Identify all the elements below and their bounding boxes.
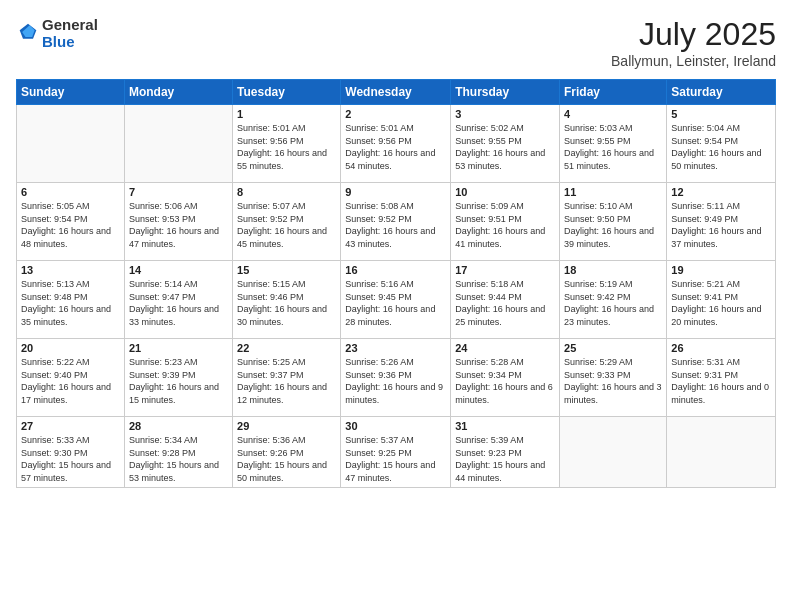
day-number: 19 — [671, 264, 771, 276]
table-row: 1Sunrise: 5:01 AM Sunset: 9:56 PM Daylig… — [233, 105, 341, 183]
table-row: 21Sunrise: 5:23 AM Sunset: 9:39 PM Dayli… — [124, 339, 232, 417]
table-row — [17, 105, 125, 183]
day-number: 7 — [129, 186, 228, 198]
day-number: 22 — [237, 342, 336, 354]
table-row: 7Sunrise: 5:06 AM Sunset: 9:53 PM Daylig… — [124, 183, 232, 261]
day-number: 12 — [671, 186, 771, 198]
day-number: 11 — [564, 186, 662, 198]
day-number: 30 — [345, 420, 446, 432]
table-row: 16Sunrise: 5:16 AM Sunset: 9:45 PM Dayli… — [341, 261, 451, 339]
day-number: 20 — [21, 342, 120, 354]
day-number: 14 — [129, 264, 228, 276]
day-info: Sunrise: 5:05 AM Sunset: 9:54 PM Dayligh… — [21, 200, 120, 250]
day-info: Sunrise: 5:34 AM Sunset: 9:28 PM Dayligh… — [129, 434, 228, 484]
day-number: 28 — [129, 420, 228, 432]
day-info: Sunrise: 5:04 AM Sunset: 9:54 PM Dayligh… — [671, 122, 771, 172]
table-row: 8Sunrise: 5:07 AM Sunset: 9:52 PM Daylig… — [233, 183, 341, 261]
month-year: July 2025 — [611, 16, 776, 53]
day-number: 23 — [345, 342, 446, 354]
day-info: Sunrise: 5:06 AM Sunset: 9:53 PM Dayligh… — [129, 200, 228, 250]
table-row: 28Sunrise: 5:34 AM Sunset: 9:28 PM Dayli… — [124, 417, 232, 488]
col-monday: Monday — [124, 80, 232, 105]
col-friday: Friday — [560, 80, 667, 105]
day-info: Sunrise: 5:31 AM Sunset: 9:31 PM Dayligh… — [671, 356, 771, 406]
table-row: 24Sunrise: 5:28 AM Sunset: 9:34 PM Dayli… — [451, 339, 560, 417]
table-row: 3Sunrise: 5:02 AM Sunset: 9:55 PM Daylig… — [451, 105, 560, 183]
table-row: 17Sunrise: 5:18 AM Sunset: 9:44 PM Dayli… — [451, 261, 560, 339]
table-row: 30Sunrise: 5:37 AM Sunset: 9:25 PM Dayli… — [341, 417, 451, 488]
day-info: Sunrise: 5:01 AM Sunset: 9:56 PM Dayligh… — [237, 122, 336, 172]
day-number: 25 — [564, 342, 662, 354]
table-row: 14Sunrise: 5:14 AM Sunset: 9:47 PM Dayli… — [124, 261, 232, 339]
day-info: Sunrise: 5:13 AM Sunset: 9:48 PM Dayligh… — [21, 278, 120, 328]
day-info: Sunrise: 5:11 AM Sunset: 9:49 PM Dayligh… — [671, 200, 771, 250]
day-number: 24 — [455, 342, 555, 354]
day-number: 26 — [671, 342, 771, 354]
day-info: Sunrise: 5:16 AM Sunset: 9:45 PM Dayligh… — [345, 278, 446, 328]
day-number: 21 — [129, 342, 228, 354]
day-number: 3 — [455, 108, 555, 120]
table-row: 11Sunrise: 5:10 AM Sunset: 9:50 PM Dayli… — [560, 183, 667, 261]
day-number: 18 — [564, 264, 662, 276]
day-info: Sunrise: 5:09 AM Sunset: 9:51 PM Dayligh… — [455, 200, 555, 250]
table-row: 29Sunrise: 5:36 AM Sunset: 9:26 PM Dayli… — [233, 417, 341, 488]
table-row: 6Sunrise: 5:05 AM Sunset: 9:54 PM Daylig… — [17, 183, 125, 261]
day-info: Sunrise: 5:08 AM Sunset: 9:52 PM Dayligh… — [345, 200, 446, 250]
calendar-table: Sunday Monday Tuesday Wednesday Thursday… — [16, 79, 776, 488]
day-info: Sunrise: 5:03 AM Sunset: 9:55 PM Dayligh… — [564, 122, 662, 172]
day-info: Sunrise: 5:36 AM Sunset: 9:26 PM Dayligh… — [237, 434, 336, 484]
day-number: 13 — [21, 264, 120, 276]
day-info: Sunrise: 5:15 AM Sunset: 9:46 PM Dayligh… — [237, 278, 336, 328]
col-thursday: Thursday — [451, 80, 560, 105]
table-row: 12Sunrise: 5:11 AM Sunset: 9:49 PM Dayli… — [667, 183, 776, 261]
col-tuesday: Tuesday — [233, 80, 341, 105]
table-row: 10Sunrise: 5:09 AM Sunset: 9:51 PM Dayli… — [451, 183, 560, 261]
logo: General Blue — [16, 16, 98, 50]
day-info: Sunrise: 5:25 AM Sunset: 9:37 PM Dayligh… — [237, 356, 336, 406]
day-number: 9 — [345, 186, 446, 198]
table-row: 9Sunrise: 5:08 AM Sunset: 9:52 PM Daylig… — [341, 183, 451, 261]
table-row: 26Sunrise: 5:31 AM Sunset: 9:31 PM Dayli… — [667, 339, 776, 417]
day-info: Sunrise: 5:14 AM Sunset: 9:47 PM Dayligh… — [129, 278, 228, 328]
day-info: Sunrise: 5:18 AM Sunset: 9:44 PM Dayligh… — [455, 278, 555, 328]
day-number: 16 — [345, 264, 446, 276]
day-info: Sunrise: 5:37 AM Sunset: 9:25 PM Dayligh… — [345, 434, 446, 484]
logo-blue: Blue — [42, 33, 98, 50]
day-info: Sunrise: 5:33 AM Sunset: 9:30 PM Dayligh… — [21, 434, 120, 484]
day-number: 6 — [21, 186, 120, 198]
day-number: 10 — [455, 186, 555, 198]
table-row: 4Sunrise: 5:03 AM Sunset: 9:55 PM Daylig… — [560, 105, 667, 183]
table-row: 15Sunrise: 5:15 AM Sunset: 9:46 PM Dayli… — [233, 261, 341, 339]
day-number: 31 — [455, 420, 555, 432]
table-row: 2Sunrise: 5:01 AM Sunset: 9:56 PM Daylig… — [341, 105, 451, 183]
table-row: 18Sunrise: 5:19 AM Sunset: 9:42 PM Dayli… — [560, 261, 667, 339]
table-row: 5Sunrise: 5:04 AM Sunset: 9:54 PM Daylig… — [667, 105, 776, 183]
table-row: 20Sunrise: 5:22 AM Sunset: 9:40 PM Dayli… — [17, 339, 125, 417]
col-wednesday: Wednesday — [341, 80, 451, 105]
title-block: July 2025 Ballymun, Leinster, Ireland — [611, 16, 776, 69]
table-row: 19Sunrise: 5:21 AM Sunset: 9:41 PM Dayli… — [667, 261, 776, 339]
col-sunday: Sunday — [17, 80, 125, 105]
header: General Blue July 2025 Ballymun, Leinste… — [16, 16, 776, 69]
day-number: 1 — [237, 108, 336, 120]
day-number: 5 — [671, 108, 771, 120]
day-info: Sunrise: 5:28 AM Sunset: 9:34 PM Dayligh… — [455, 356, 555, 406]
page: General Blue July 2025 Ballymun, Leinste… — [0, 0, 792, 612]
logo-icon — [18, 22, 38, 42]
day-info: Sunrise: 5:19 AM Sunset: 9:42 PM Dayligh… — [564, 278, 662, 328]
day-info: Sunrise: 5:02 AM Sunset: 9:55 PM Dayligh… — [455, 122, 555, 172]
day-number: 2 — [345, 108, 446, 120]
day-number: 4 — [564, 108, 662, 120]
table-row: 25Sunrise: 5:29 AM Sunset: 9:33 PM Dayli… — [560, 339, 667, 417]
table-row — [667, 417, 776, 488]
table-row: 23Sunrise: 5:26 AM Sunset: 9:36 PM Dayli… — [341, 339, 451, 417]
day-info: Sunrise: 5:22 AM Sunset: 9:40 PM Dayligh… — [21, 356, 120, 406]
day-number: 27 — [21, 420, 120, 432]
table-row: 31Sunrise: 5:39 AM Sunset: 9:23 PM Dayli… — [451, 417, 560, 488]
day-info: Sunrise: 5:10 AM Sunset: 9:50 PM Dayligh… — [564, 200, 662, 250]
location: Ballymun, Leinster, Ireland — [611, 53, 776, 69]
day-info: Sunrise: 5:26 AM Sunset: 9:36 PM Dayligh… — [345, 356, 446, 406]
day-info: Sunrise: 5:23 AM Sunset: 9:39 PM Dayligh… — [129, 356, 228, 406]
day-number: 15 — [237, 264, 336, 276]
day-info: Sunrise: 5:21 AM Sunset: 9:41 PM Dayligh… — [671, 278, 771, 328]
